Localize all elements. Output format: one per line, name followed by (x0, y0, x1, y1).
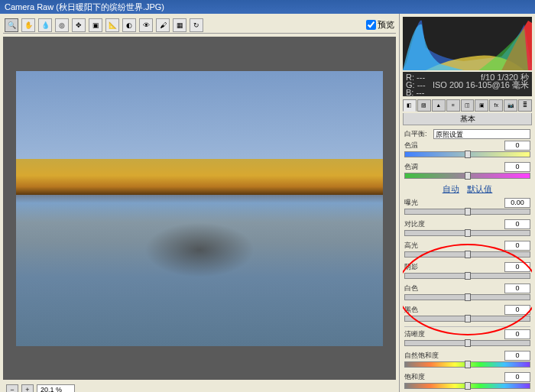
shadows-slider[interactable] (404, 273, 530, 279)
basic-panel: 白平衡: 原照设置 色温0 色调0 自动 默认值 曝光0.00 (403, 125, 532, 392)
tint-value[interactable]: 0 (504, 162, 530, 172)
wb-label: 白平衡: (404, 129, 433, 139)
panel-tabs: ◧ ▨ ▲ ≡ ◫ ▣ fx 📷 ≣ (403, 99, 532, 113)
clarity-slider[interactable] (404, 340, 530, 346)
tint-label: 色调 (404, 162, 418, 172)
tab-hsl[interactable]: ≡ (446, 99, 460, 112)
preview-area[interactable] (3, 37, 396, 380)
saturation-slider[interactable] (404, 383, 530, 389)
temp-slider[interactable] (404, 151, 530, 157)
saturation-value[interactable]: 0 (504, 372, 530, 382)
auto-link[interactable]: 自动 (443, 184, 459, 193)
vibrance-value[interactable]: 0 (504, 351, 530, 361)
highlights-value[interactable]: 0 (504, 241, 530, 251)
temp-value[interactable]: 0 (504, 141, 530, 151)
histogram (403, 17, 532, 70)
left-panel: 🔍 ✋ 💧 ◎ ✥ ▣ 📐 ◐ 👁 🖌 ▦ ↻ 预览 (0, 14, 399, 392)
rotate-tool-icon[interactable]: ↻ (190, 18, 203, 32)
tab-curve[interactable]: ▨ (417, 99, 431, 112)
exposure-label: 曝光 (404, 198, 418, 208)
image-canvas (16, 71, 383, 346)
tab-preset[interactable]: ≣ (518, 99, 532, 112)
clarity-label: 清晰度 (404, 329, 425, 339)
shadows-label: 阴影 (404, 262, 418, 272)
tab-detail[interactable]: ▲ (432, 99, 446, 112)
toolbar: 🔍 ✋ 💧 ◎ ✥ ▣ 📐 ◐ 👁 🖌 ▦ ↻ 预览 (3, 17, 396, 34)
saturation-label: 饱和度 (404, 372, 425, 382)
whites-slider[interactable] (404, 294, 530, 300)
blacks-value[interactable]: 0 (504, 305, 530, 315)
highlights-label: 高光 (404, 241, 418, 251)
camera-raw-dialog: Camera Raw (秋日暖阳下的缤纷世界.JPG) 🔍 ✋ 💧 ◎ ✥ ▣ … (0, 0, 535, 392)
target-tool-icon[interactable]: ✥ (72, 18, 86, 32)
hand-tool-icon[interactable]: ✋ (21, 18, 35, 32)
wb-select[interactable]: 原照设置 (433, 129, 530, 139)
preview-checkbox[interactable] (366, 20, 376, 30)
shadows-value[interactable]: 0 (504, 262, 530, 272)
default-link[interactable]: 默认值 (467, 184, 492, 193)
highlights-slider[interactable] (404, 251, 530, 258)
zoom-tool-icon[interactable]: 🔍 (5, 18, 18, 32)
contrast-slider[interactable] (404, 230, 530, 236)
info-readout: R: --- G: --- B: --- f/10 1/320 秒 ISO 20… (403, 72, 532, 96)
zoom-value[interactable]: 20.1 % (37, 384, 75, 392)
tab-fx[interactable]: fx (489, 99, 503, 112)
grad-tool-icon[interactable]: ▦ (173, 18, 186, 32)
wb-tool-icon[interactable]: 💧 (38, 18, 52, 32)
spot-tool-icon[interactable]: ◐ (122, 18, 136, 32)
blacks-slider[interactable] (404, 316, 530, 322)
zoom-in-button[interactable]: + (21, 384, 34, 392)
exposure-value[interactable]: 0.00 (504, 198, 530, 208)
vibrance-slider[interactable] (404, 361, 530, 368)
tab-lens[interactable]: ▣ (475, 99, 488, 112)
window-title: Camera Raw (秋日暖阳下的缤纷世界.JPG) (5, 2, 164, 13)
zoom-out-button[interactable]: − (6, 384, 18, 392)
titlebar: Camera Raw (秋日暖阳下的缤纷世界.JPG) (0, 0, 535, 14)
whites-value[interactable]: 0 (504, 283, 530, 293)
clarity-value[interactable]: 0 (504, 329, 530, 339)
panel-title: 基本 (403, 113, 532, 125)
straighten-tool-icon[interactable]: 📐 (105, 18, 119, 32)
tab-split[interactable]: ◫ (461, 99, 475, 112)
contrast-value[interactable]: 0 (504, 219, 530, 229)
preview-toggle[interactable]: 预览 (366, 19, 394, 31)
redeye-tool-icon[interactable]: 👁 (139, 18, 153, 32)
brush-tool-icon[interactable]: 🖌 (156, 18, 170, 32)
whites-label: 白色 (404, 283, 418, 293)
crop-tool-icon[interactable]: ▣ (89, 18, 102, 32)
tab-basic[interactable]: ◧ (403, 99, 417, 112)
tab-cal[interactable]: 📷 (504, 99, 517, 112)
right-panel: R: --- G: --- B: --- f/10 1/320 秒 ISO 20… (399, 14, 535, 392)
sampler-tool-icon[interactable]: ◎ (55, 18, 69, 32)
contrast-label: 对比度 (404, 219, 425, 229)
blacks-label: 黑色 (404, 305, 418, 315)
temp-label: 色温 (404, 141, 418, 151)
tint-slider[interactable] (404, 173, 530, 179)
zoom-bar: − + 20.1 % (3, 383, 396, 392)
exposure-slider[interactable] (404, 209, 530, 215)
vibrance-label: 自然饱和度 (404, 351, 439, 361)
